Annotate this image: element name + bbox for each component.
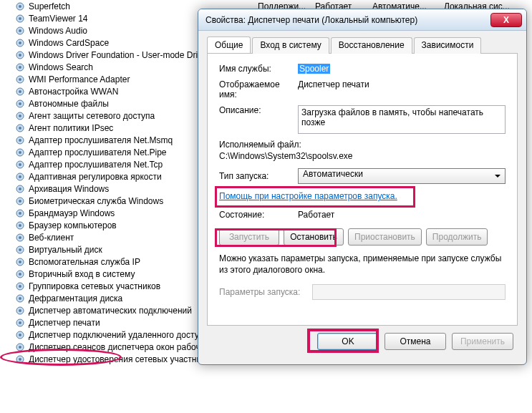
svg-point-57	[19, 346, 21, 349]
gear-icon	[14, 220, 26, 231]
start-params-row: Параметры запуска:	[219, 284, 506, 300]
gear-icon	[14, 329, 26, 341]
svg-point-35	[19, 212, 21, 215]
svg-point-21	[19, 127, 21, 130]
display-name-row: Отображаемое имя: Диспетчер печати	[219, 79, 506, 99]
gear-icon	[14, 25, 26, 37]
gear-icon	[14, 281, 26, 292]
gear-icon	[14, 171, 26, 183]
close-icon: X	[503, 15, 509, 25]
gear-icon	[14, 147, 26, 158]
gear-icon	[14, 135, 26, 146]
gear-icon	[14, 208, 26, 219]
svg-point-3	[19, 17, 21, 20]
service-name-row: Имя службы: Spooler	[219, 64, 506, 74]
label-service-name: Имя службы:	[219, 64, 298, 74]
control-buttons: Запустить Остановить Приостановить Продо…	[219, 228, 506, 246]
dialog-title: Свойства: Диспетчер печати (Локальный ко…	[205, 15, 490, 25]
ok-button[interactable]: OK	[317, 333, 379, 350]
apply-button[interactable]: Применить	[452, 333, 513, 350]
tab-recovery[interactable]: Восстановление	[331, 37, 412, 54]
svg-point-7	[19, 42, 21, 44]
tab-panel-general: Имя службы: Spooler Отображаемое имя: Ди…	[207, 54, 518, 326]
display-name-value: Диспетчер печати	[298, 79, 506, 89]
gear-icon	[14, 195, 26, 207]
gear-icon	[14, 159, 26, 170]
gear-icon	[14, 98, 26, 110]
tab-general[interactable]: Общие	[207, 37, 251, 53]
label-start-params: Параметры запуска:	[219, 287, 312, 297]
gear-icon	[14, 13, 26, 24]
gear-icon	[14, 122, 26, 134]
tab-dependencies[interactable]: Зависимости	[414, 37, 482, 54]
cancel-button[interactable]: Отмена	[385, 333, 446, 350]
gear-icon	[14, 354, 26, 365]
svg-point-25	[19, 151, 21, 154]
state-row: Состояние: Работает	[219, 210, 506, 220]
svg-point-11	[19, 66, 21, 69]
gear-icon	[14, 256, 26, 268]
gear-icon	[14, 1, 26, 12]
start-params-input[interactable]	[312, 284, 506, 300]
gear-icon	[14, 37, 26, 49]
startup-type-row: Тип запуска: Автоматически	[219, 168, 506, 184]
gear-icon	[14, 293, 26, 304]
svg-point-13	[19, 78, 21, 81]
gear-icon	[14, 62, 26, 73]
resume-button[interactable]: Продолжить	[426, 228, 488, 246]
gear-icon	[14, 74, 26, 85]
label-state: Состояние:	[219, 210, 298, 220]
gear-icon	[14, 49, 26, 61]
svg-point-15	[19, 90, 21, 93]
svg-point-5	[19, 29, 21, 32]
description-box[interactable]: Загрузка файлов в память, чтобы напечата…	[298, 105, 506, 134]
gear-icon	[14, 232, 26, 243]
svg-point-55	[19, 334, 21, 336]
gear-icon	[14, 244, 26, 256]
service-name-value[interactable]: Spooler	[298, 64, 330, 74]
gear-icon	[14, 183, 26, 195]
svg-point-43	[19, 261, 21, 263]
svg-point-1	[19, 5, 21, 8]
label-exec-file: Исполняемый файл:	[219, 140, 506, 150]
svg-point-37	[19, 224, 21, 227]
svg-point-47	[19, 285, 21, 288]
gear-icon	[14, 86, 26, 97]
svg-point-59	[19, 358, 21, 361]
gear-icon	[14, 110, 26, 122]
svg-point-51	[19, 309, 21, 312]
stop-button[interactable]: Остановить	[284, 228, 344, 246]
help-link[interactable]: Помощь при настройке параметров запуска.	[219, 191, 397, 201]
svg-point-19	[19, 115, 21, 117]
properties-dialog: Свойства: Диспетчер печати (Локальный ко…	[198, 9, 527, 365]
label-startup-type: Тип запуска:	[219, 171, 298, 181]
svg-point-29	[19, 175, 21, 178]
state-value: Работает	[298, 210, 334, 220]
svg-point-45	[19, 273, 21, 276]
gear-icon	[14, 317, 26, 329]
close-button[interactable]: X	[490, 13, 522, 27]
svg-point-41	[19, 248, 21, 251]
tab-logon[interactable]: Вход в систему	[252, 37, 329, 54]
params-hint: Можно указать параметры запуска, применя…	[219, 253, 506, 276]
pause-button[interactable]: Приостановить	[348, 228, 422, 246]
dialog-buttons: OK Отмена Применить	[207, 326, 518, 350]
tabstrip: Общие Вход в систему Восстановление Зави…	[207, 37, 518, 54]
label-display-name: Отображаемое имя:	[219, 79, 298, 99]
label-description: Описание:	[219, 105, 298, 115]
svg-point-9	[19, 54, 21, 57]
svg-point-17	[19, 102, 21, 105]
svg-point-39	[19, 236, 21, 239]
description-row: Описание: Загрузка файлов в память, чтоб…	[219, 105, 506, 134]
startup-type-select[interactable]: Автоматически	[298, 168, 506, 184]
svg-point-33	[19, 200, 21, 203]
svg-point-49	[19, 297, 21, 300]
titlebar[interactable]: Свойства: Диспетчер печати (Локальный ко…	[198, 9, 526, 31]
gear-icon	[14, 305, 26, 316]
svg-point-23	[19, 139, 21, 142]
start-button[interactable]: Запустить	[219, 228, 279, 246]
dialog-body: Общие Вход в систему Восстановление Зави…	[198, 31, 526, 364]
gear-icon	[14, 341, 26, 353]
gear-icon	[14, 268, 26, 280]
svg-point-31	[19, 188, 21, 190]
